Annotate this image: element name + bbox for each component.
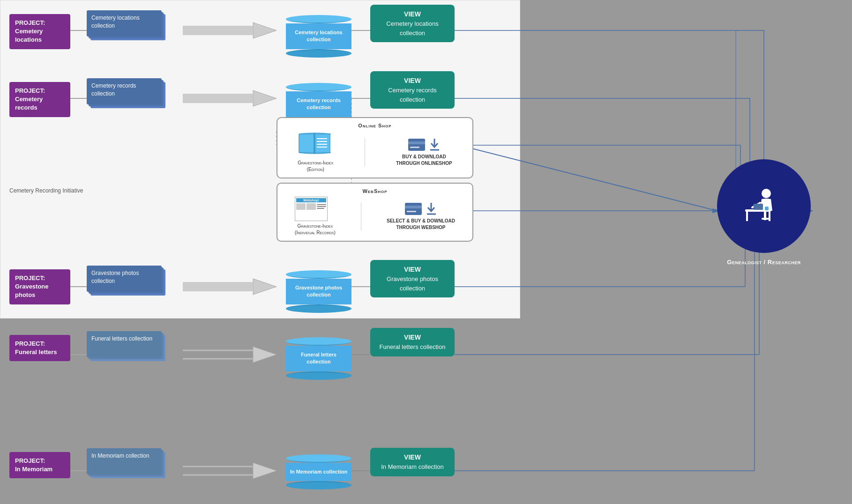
svg-rect-71 <box>765 207 769 210</box>
collection-stack-cemetery-records: Cemetery records collection <box>87 78 165 112</box>
right-gray-area <box>520 0 852 504</box>
svg-rect-48 <box>314 133 315 154</box>
project-box-cemetery-locations: PROJECT: Cemetery locations <box>9 14 70 49</box>
svg-rect-60 <box>407 211 416 212</box>
svg-rect-54 <box>408 141 425 144</box>
svg-rect-46 <box>299 134 314 153</box>
svg-rect-47 <box>314 134 330 153</box>
gravestone-index-edition: Gravestone-Index(Edition) <box>298 131 333 173</box>
project-box-funeral-letters: PROJECT: Funeral letters <box>9 335 70 361</box>
collection-stack-cemetery-locations: Cemetery locations collection <box>87 10 165 44</box>
svg-rect-59 <box>405 206 422 208</box>
cylinder-cemetery-locations: Cemetery locations collection <box>286 15 351 58</box>
collection-stack-in-memoriam: In Memoriam collection <box>87 448 165 482</box>
svg-rect-70 <box>757 210 759 211</box>
svg-rect-69 <box>754 204 763 210</box>
book-icon <box>298 131 333 157</box>
svg-rect-65 <box>746 212 748 221</box>
webshop-thumbnail: Webshop! <box>295 197 328 221</box>
svg-rect-58 <box>405 203 422 215</box>
cylinder-funeral-letters: Funeral letters collection <box>286 337 351 380</box>
initiative-label: Cemetery Recording Initiative <box>9 187 83 194</box>
genealogist-label: Genealogist / Researcher <box>717 259 811 266</box>
online-shop-box: Online Shop Gravestone-Index(Edition) <box>277 117 473 178</box>
collection-stack-gravestone-photos: Gravestone photos collection <box>87 266 165 299</box>
svg-rect-53 <box>408 139 425 151</box>
select-buy-download-webshop: Select & Buy & Downloadthrough WebShop <box>387 202 455 231</box>
project-box-cemetery-records: PROJECT: Cemetery records <box>9 82 70 117</box>
genealogist-icon <box>740 185 787 227</box>
download-icon-2 <box>426 202 437 216</box>
download-icon <box>429 138 441 152</box>
gravestone-index-individual: Webshop! Gravestone-Index(Individual Rec… <box>295 197 336 236</box>
webshop-box: WebShop Webshop! Gravestone-Index(Indivi… <box>277 183 473 242</box>
collection-stack-funeral-letters: Funeral letters collection <box>87 331 165 365</box>
card-icon-2 <box>404 202 423 216</box>
svg-rect-68 <box>762 218 770 220</box>
svg-point-63 <box>762 189 771 198</box>
view-button-in-memoriam[interactable]: VIEW In Memoriam collection <box>370 448 455 476</box>
cylinder-gravestone-photos: Gravestone photos collection <box>286 270 351 313</box>
project-box-gravestone-photos: PROJECT: Gravestone photos <box>9 269 70 304</box>
genealogist-circle <box>717 159 811 253</box>
view-button-cemetery-records[interactable]: VIEW Cemetery records collection <box>370 71 455 109</box>
project-box-in-memoriam: PROJECT: In Memoriam <box>9 452 70 478</box>
card-icon <box>407 138 426 152</box>
cylinder-in-memoriam: In Memoriam collection <box>286 454 351 489</box>
buy-download-online: Buy & Downloadthrough OnlineShop <box>396 138 452 167</box>
svg-rect-55 <box>410 147 419 148</box>
view-button-funeral-letters[interactable]: VIEW Funeral letters collection <box>370 328 455 356</box>
view-button-gravestone-photos[interactable]: VIEW Gravestone photos collection <box>370 260 455 297</box>
view-button-cemetery-locations[interactable]: VIEW Cemetery locations collection <box>370 5 455 42</box>
